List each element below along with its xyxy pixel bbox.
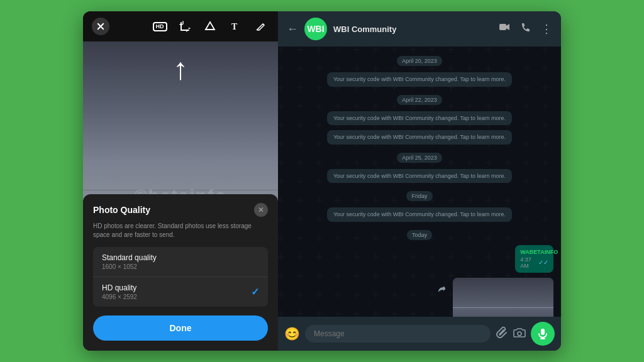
svg-rect-3 — [541, 329, 545, 335]
image-thumbnail: HD 4:45 AM ✓ — [453, 278, 553, 317]
hd-selected-icon: ✓ — [251, 286, 259, 298]
camera-button[interactable] — [513, 326, 526, 342]
chat-name: WBI Community — [333, 25, 493, 34]
system-msg-3[interactable]: Your security code with WBI Community ch… — [327, 130, 512, 145]
done-button[interactable]: Done — [93, 315, 268, 341]
close-button[interactable] — [92, 18, 109, 35]
quality-options: Standard quality 1600 × 1052 HD quality … — [93, 247, 268, 307]
hd-quality-option[interactable]: HD quality 4096 × 2592 ✓ — [93, 277, 268, 307]
up-arrow: ↑ — [173, 54, 188, 84]
app-container: HD T — [83, 11, 561, 351]
quality-modal: Photo Quality ✕ HD photos are clearer. S… — [83, 194, 278, 351]
header-icons: ⋮ — [499, 22, 552, 36]
svg-point-2 — [518, 332, 521, 336]
svg-text:T: T — [231, 22, 238, 31]
date-divider-apr20: April 20, 2023 — [286, 54, 553, 66]
svg-rect-1 — [499, 24, 506, 30]
standard-quality-text: Standard quality 1600 × 1052 — [102, 253, 157, 270]
chat-header: ← WBI WBI Community ⋮ — [278, 11, 561, 47]
left-toolbar: HD T — [83, 11, 278, 41]
sent-bubble: WABETAINFO 4:37 AM ✓✓ — [515, 245, 553, 273]
image-bubble[interactable]: HD 4:45 AM ✓ — [453, 278, 553, 317]
shape-tool[interactable] — [201, 18, 219, 35]
modal-close-button[interactable]: ✕ — [254, 203, 268, 217]
modal-description: HD photos are clearer. Standard photos u… — [93, 222, 268, 239]
tool-icons: HD T — [151, 18, 269, 35]
system-msg-4[interactable]: Your security code with WBI Community ch… — [327, 169, 512, 184]
sent-text-message: WABETAINFO 4:37 AM ✓✓ — [506, 245, 553, 273]
chat-input-bar: 😊 — [278, 317, 561, 351]
modal-header: Photo Quality ✕ — [93, 203, 268, 217]
left-panel: HD T — [83, 11, 278, 351]
message-sender: WABETAINFO — [520, 249, 548, 255]
attach-button[interactable] — [496, 326, 508, 342]
crop-tool[interactable] — [176, 18, 194, 35]
draw-tool[interactable] — [252, 18, 269, 35]
image-message-container: → HD 4:45 AM ✓ — [453, 278, 553, 317]
thumb-horizon — [453, 307, 553, 308]
modal-title: Photo Quality — [93, 205, 150, 215]
date-label-today: Today — [407, 230, 432, 240]
double-tick-1: ✓✓ — [538, 259, 548, 266]
message-input[interactable] — [305, 325, 491, 343]
date-divider-apr22: April 22, 2023 — [286, 93, 553, 105]
system-msg-1[interactable]: Your security code with WBI Community ch… — [327, 72, 512, 87]
hd-tool[interactable]: HD — [151, 18, 169, 35]
date-label-apr20: April 20, 2023 — [397, 56, 442, 66]
chat-messages[interactable]: April 20, 2023 Your security code with W… — [278, 47, 561, 317]
back-button[interactable]: ← — [287, 23, 298, 36]
system-msg-5[interactable]: Your security code with WBI Community ch… — [327, 207, 512, 222]
right-panel: ← WBI WBI Community ⋮ — [278, 11, 561, 351]
avatar-label: WBI — [307, 24, 324, 34]
message-meta: 4:37 AM ✓✓ — [520, 256, 548, 269]
video-call-icon[interactable] — [499, 23, 511, 35]
standard-quality-option[interactable]: Standard quality 1600 × 1052 — [93, 247, 268, 277]
text-tool[interactable]: T — [226, 18, 244, 35]
date-label-apr25: April 25, 2023 — [397, 153, 442, 163]
date-label-friday: Friday — [406, 191, 432, 201]
system-msg-2[interactable]: Your security code with WBI Community ch… — [327, 111, 512, 126]
more-options-icon[interactable]: ⋮ — [541, 22, 552, 36]
message-time-1: 4:37 AM — [520, 256, 536, 269]
standard-quality-name: Standard quality — [102, 253, 157, 262]
bridge-line — [83, 190, 278, 190]
date-label-apr22: April 22, 2023 — [397, 95, 442, 105]
arrow-indicator: → — [436, 313, 447, 317]
phone-icon[interactable] — [521, 23, 531, 35]
date-divider-today: Today — [286, 228, 553, 240]
hd-quality-dims: 4096 × 2592 — [102, 293, 137, 300]
chat-info: WBI Community — [333, 25, 493, 34]
date-divider-apr25: April 25, 2023 — [286, 151, 553, 163]
chat-avatar: WBI — [304, 18, 327, 40]
hd-badge: HD — [153, 22, 167, 31]
emoji-button[interactable]: 😊 — [284, 326, 300, 341]
hd-quality-name: HD quality — [102, 283, 137, 292]
standard-quality-dims: 1600 × 1052 — [102, 263, 157, 270]
modal-close-icon: ✕ — [258, 206, 264, 214]
hd-quality-text: HD quality 4096 × 2592 — [102, 283, 137, 300]
mic-button[interactable] — [531, 322, 555, 346]
share-icon[interactable] — [436, 284, 448, 298]
date-divider-friday: Friday — [286, 189, 553, 201]
